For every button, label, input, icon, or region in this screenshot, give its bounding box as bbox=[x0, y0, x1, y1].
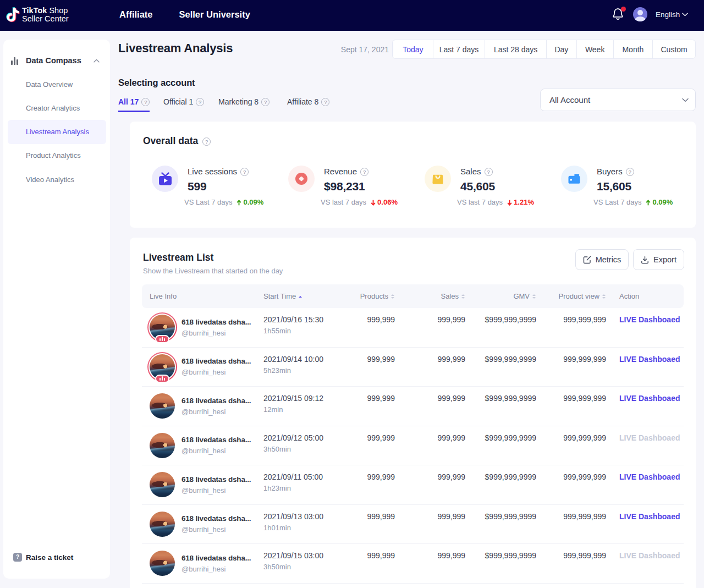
sidebar-item[interactable]: Product Analytics bbox=[8, 144, 106, 168]
account-select[interactable]: All Account bbox=[540, 89, 696, 111]
account-tab[interactable]: All 17 ? bbox=[118, 97, 150, 112]
products-cell: 999,999 bbox=[330, 308, 395, 347]
language-selector[interactable]: English bbox=[656, 0, 688, 29]
help-icon[interactable]: ? bbox=[485, 168, 493, 176]
account-tab[interactable]: Affiliate 8 ? bbox=[287, 97, 329, 112]
date-range-button[interactable]: Custom bbox=[652, 40, 695, 58]
tiktok-logo[interactable]: TikTok Shop Seller Center bbox=[6, 7, 69, 24]
arrow-up-icon bbox=[646, 200, 651, 206]
creator-avatar[interactable] bbox=[147, 509, 177, 539]
sidebar-item[interactable]: Video Analytics bbox=[8, 167, 106, 191]
live-dashboard-link[interactable]: LIVE Dashboaed bbox=[619, 433, 680, 442]
raise-ticket[interactable]: ? Raise a ticket bbox=[13, 553, 73, 562]
live-dashboard-link[interactable]: LIVE Dashboaed bbox=[619, 355, 680, 364]
date-range-button[interactable]: Today bbox=[393, 40, 433, 58]
live-dashboard-link[interactable]: LIVE Dashboaed bbox=[619, 512, 680, 521]
nav-affiliate[interactable]: Affiliate bbox=[119, 9, 153, 20]
col-gmv[interactable]: GMV bbox=[465, 292, 536, 300]
avatar-photo bbox=[150, 433, 175, 458]
creator-avatar[interactable] bbox=[147, 391, 177, 421]
sort-icon[interactable] bbox=[532, 294, 536, 299]
date-range-button[interactable]: Week bbox=[576, 40, 613, 58]
date-range-button[interactable]: Last 28 days bbox=[485, 40, 546, 58]
sort-icon[interactable] bbox=[391, 294, 395, 299]
live-dashboard-link[interactable]: LIVE Dashboaed bbox=[619, 315, 680, 324]
metric-label: Buyers? bbox=[597, 167, 698, 176]
sidebar-item[interactable]: Data Overview bbox=[8, 72, 106, 96]
gmv-cell: $999,999,9999 bbox=[465, 505, 536, 544]
sort-icon[interactable] bbox=[602, 294, 606, 299]
user-avatar[interactable] bbox=[633, 7, 647, 21]
sidebar-item[interactable]: Creator Analytics bbox=[8, 96, 106, 120]
sidebar-item-label: Livestream Analysis bbox=[26, 128, 89, 136]
table-row: 618 livedatas dsha... @burrihi_hesi 2021… bbox=[142, 544, 684, 584]
help-icon[interactable]: ? bbox=[196, 98, 204, 106]
livestream-name[interactable]: 618 livedatas dsha... bbox=[182, 554, 251, 562]
sidebar-section-data-compass[interactable]: Data Compass bbox=[3, 56, 110, 67]
live-info-cell: 618 livedatas dsha... @burrihi_hesi bbox=[142, 505, 263, 544]
livestream-name[interactable]: 618 livedatas dsha... bbox=[182, 475, 251, 483]
nav-seller-university[interactable]: Seller University bbox=[179, 9, 250, 20]
help-icon[interactable]: ? bbox=[141, 98, 150, 106]
live-dashboard-link[interactable]: LIVE Dashboaed bbox=[619, 472, 680, 481]
livestream-name[interactable]: 618 livedatas dsha... bbox=[182, 318, 251, 326]
live-dashboard-link[interactable]: LIVE Dashboaed bbox=[619, 551, 680, 560]
notification-badge bbox=[621, 7, 626, 12]
date-range-label: Last 7 days bbox=[439, 45, 479, 54]
creator-avatar[interactable] bbox=[147, 352, 177, 382]
live-badge-icon bbox=[155, 335, 169, 343]
help-icon[interactable]: ? bbox=[261, 98, 270, 106]
livestream-name[interactable]: 618 livedatas dsha... bbox=[182, 514, 251, 523]
sort-icon[interactable] bbox=[461, 294, 465, 299]
action-cell: LIVE Dashboaed bbox=[606, 426, 684, 465]
table-header-row: Live Info Start Time Products Sales GMV … bbox=[142, 284, 684, 308]
sales-cell: 999,999 bbox=[395, 465, 465, 504]
notifications-bell-icon[interactable] bbox=[612, 7, 625, 21]
date-range-button[interactable]: Month bbox=[613, 40, 653, 58]
livestream-list-card: Livestream List Show the Livestream that… bbox=[130, 238, 696, 588]
avatar-photo bbox=[150, 472, 175, 497]
livestream-table: Live Info Start Time Products Sales GMV … bbox=[142, 284, 684, 584]
sidebar-item[interactable]: Livestream Analysis bbox=[8, 120, 106, 144]
metric-value: 15,605 bbox=[597, 180, 698, 193]
livestream-name[interactable]: 618 livedatas dsha... bbox=[182, 357, 251, 365]
creator-avatar[interactable] bbox=[147, 431, 177, 460]
col-start-time[interactable]: Start Time bbox=[263, 292, 330, 300]
table-row: 618 livedatas dsha... @burrihi_hesi 2021… bbox=[142, 505, 684, 545]
account-tab[interactable]: Official 1 ? bbox=[163, 97, 204, 112]
duration: 12min bbox=[263, 405, 330, 414]
topbar-nav: Affiliate Seller University bbox=[119, 0, 250, 29]
col-sales[interactable]: Sales bbox=[395, 292, 465, 300]
col-products[interactable]: Products bbox=[330, 292, 395, 300]
help-icon[interactable]: ? bbox=[626, 168, 634, 176]
date-range-button[interactable]: Last 7 days bbox=[433, 40, 485, 58]
date-range-label: Day bbox=[554, 45, 568, 54]
creator-avatar[interactable] bbox=[147, 470, 177, 499]
livestream-name[interactable]: 618 livedatas dsha... bbox=[182, 436, 251, 444]
creator-avatar[interactable] bbox=[147, 548, 177, 578]
sales-cell: 999,999 bbox=[395, 308, 465, 347]
creator-handle: @burrihi_hesi bbox=[182, 329, 251, 337]
creator-handle: @burrihi_hesi bbox=[182, 447, 251, 455]
export-button[interactable]: Export bbox=[633, 249, 684, 270]
col-product-view[interactable]: Product view bbox=[536, 292, 606, 300]
account-tab[interactable]: Marketing 8 ? bbox=[218, 97, 270, 112]
creator-avatar[interactable] bbox=[147, 312, 177, 342]
account-tab-label: Marketing 8 bbox=[218, 97, 258, 106]
live-dashboard-link[interactable]: LIVE Dashboaed bbox=[619, 394, 680, 403]
account-tab-label: Official 1 bbox=[163, 97, 193, 106]
duration: 1h23min bbox=[263, 484, 330, 492]
sort-icon-asc[interactable] bbox=[298, 296, 302, 298]
help-icon[interactable]: ? bbox=[202, 138, 211, 146]
date-range-button[interactable]: Day bbox=[546, 40, 576, 58]
help-icon[interactable]: ? bbox=[321, 98, 329, 106]
help-icon[interactable]: ? bbox=[360, 168, 369, 176]
livestream-name[interactable]: 618 livedatas dsha... bbox=[182, 397, 251, 405]
col-live-info[interactable]: Live Info bbox=[142, 292, 263, 300]
help-icon: ? bbox=[13, 553, 22, 562]
products-cell: 999,999 bbox=[330, 387, 395, 426]
action-cell: LIVE Dashboaed bbox=[606, 348, 684, 387]
metrics-button[interactable]: Metrics bbox=[575, 249, 629, 270]
help-icon[interactable]: ? bbox=[240, 168, 249, 176]
avatar-photo bbox=[150, 512, 175, 537]
